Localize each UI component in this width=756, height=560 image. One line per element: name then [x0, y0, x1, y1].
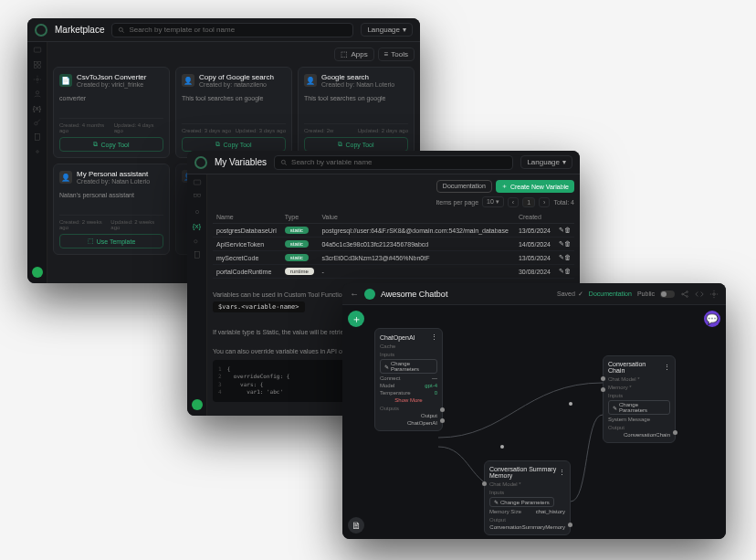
svg-rect-2: [34, 48, 41, 52]
type-badge: static: [285, 254, 309, 261]
node-menu-icon[interactable]: ⋮: [431, 333, 437, 341]
variables-icon[interactable]: {x}: [33, 104, 41, 112]
chevron-down-icon: ▾: [403, 26, 406, 34]
output-port-label: ConversationChain: [624, 432, 670, 438]
flow-canvas[interactable]: ＋ 💬 🗎 ChatOpenAI⋮ Cache Inputs ✎ Change …: [342, 305, 726, 539]
page-number[interactable]: 1: [522, 197, 535, 207]
template-card[interactable]: 👤 My Personal assistant Created by: Nata…: [53, 164, 170, 255]
node-menu-icon[interactable]: ⋮: [664, 364, 670, 371]
input-port[interactable]: [601, 376, 605, 381]
prev-page-button[interactable]: ‹: [508, 197, 519, 207]
add-node-button[interactable]: ＋: [348, 311, 364, 327]
key-icon[interactable]: [193, 236, 202, 245]
avatar-icon: 👤: [59, 171, 72, 184]
search-input[interactable]: Search by variable name: [274, 155, 513, 170]
settings-icon[interactable]: [33, 147, 42, 156]
pagination: Items per page 10 ▾ ‹ 1 › Total: 4: [213, 196, 574, 207]
svg-point-23: [713, 292, 716, 295]
change-parameters-button[interactable]: ✎ Change Parameters: [489, 497, 554, 507]
delete-icon[interactable]: 🗑: [564, 240, 571, 247]
apps-filter[interactable]: ⬚ Apps: [334, 48, 373, 61]
items-per-page-select[interactable]: 10 ▾: [482, 196, 504, 207]
create-variable-button[interactable]: ＋ Create New Variable: [496, 180, 574, 193]
tool-card[interactable]: 📄 CsvToJson Converter Created by: virici…: [53, 67, 170, 158]
tool-card[interactable]: 👤 Copy of Google search Created by: nata…: [175, 67, 292, 158]
use-template-button[interactable]: ⬚Use Template: [59, 234, 163, 248]
svg-point-7: [36, 79, 38, 81]
svg-rect-15: [194, 195, 196, 197]
change-parameters-button[interactable]: ✎ Change Parameters: [380, 359, 437, 374]
copy-tool-button[interactable]: ⧉Copy Tool: [182, 137, 286, 152]
variables-icon[interactable]: {x}: [193, 222, 201, 230]
settings-icon[interactable]: [709, 290, 719, 299]
documentation-button[interactable]: Documentation: [436, 180, 492, 193]
flow-window: ← Awesome Chatbot Saved ✓ Documentation …: [342, 283, 726, 539]
filter-row: ⬚ Apps ≡ Tools: [53, 48, 415, 61]
page-title: My Variables: [215, 157, 267, 167]
avatar-icon: 👤: [182, 74, 194, 87]
public-toggle[interactable]: [660, 291, 675, 298]
output-port[interactable]: [673, 430, 677, 435]
chat-fab[interactable]: 💬: [704, 311, 720, 327]
user-avatar[interactable]: [32, 267, 43, 278]
output-port[interactable]: [568, 523, 572, 527]
back-button[interactable]: ←: [350, 289, 359, 299]
share-icon[interactable]: [680, 290, 689, 299]
svg-point-17: [195, 210, 198, 213]
node-memory[interactable]: Conversation Summary Memory⋮ Chat Model …: [484, 460, 571, 535]
avatar-icon: 👤: [304, 74, 317, 87]
input-port[interactable]: [601, 387, 605, 392]
chat-icon[interactable]: [193, 178, 202, 187]
show-more-link[interactable]: Show More: [380, 397, 437, 403]
svg-point-22: [687, 295, 688, 297]
node-menu-icon[interactable]: ⋮: [559, 469, 565, 476]
node-chatopenai[interactable]: ChatOpenAI⋮ Cache Inputs ✎ Change Parame…: [374, 328, 443, 431]
users-icon[interactable]: [33, 90, 42, 99]
svg-rect-16: [197, 195, 200, 197]
tool-icon[interactable]: [33, 75, 42, 84]
copy-tool-button[interactable]: ⧉Copy Tool: [59, 137, 163, 152]
delete-icon[interactable]: 🗑: [564, 268, 571, 274]
search-placeholder: Search by template or tool name: [129, 26, 235, 34]
grid-icon[interactable]: [33, 60, 42, 69]
delete-icon[interactable]: 🗑: [564, 254, 571, 260]
app-logo: [35, 24, 47, 37]
output-port-label: Output: [421, 413, 437, 418]
export-button[interactable]: 🗎: [348, 517, 364, 534]
node-chain[interactable]: Conversation Chain⋮ Chat Model * Memory …: [603, 355, 676, 443]
type-badge: runtime: [285, 268, 314, 275]
output-port[interactable]: [440, 418, 445, 423]
language-button[interactable]: Language▾: [520, 155, 572, 169]
output-port-label: ConversationSummaryMemory: [489, 524, 565, 530]
delete-icon[interactable]: 🗑: [564, 227, 571, 233]
tool-icon[interactable]: [193, 207, 202, 217]
svg-rect-3: [34, 62, 37, 65]
code-icon[interactable]: [695, 290, 704, 299]
svg-rect-14: [194, 180, 201, 185]
search-input[interactable]: Search by template or tool name: [111, 23, 353, 37]
change-parameters-button[interactable]: ✎ Change Parameters: [608, 400, 670, 415]
svg-rect-6: [37, 66, 40, 69]
doc-icon[interactable]: [193, 250, 202, 259]
key-icon[interactable]: [33, 118, 42, 127]
grid-icon[interactable]: [193, 193, 202, 202]
user-avatar[interactable]: [192, 399, 203, 410]
saved-status: Saved ✓: [557, 291, 583, 298]
documentation-link[interactable]: Documentation: [589, 291, 632, 297]
doc-icon[interactable]: [33, 132, 42, 142]
svg-rect-10: [35, 133, 39, 141]
chat-icon[interactable]: [33, 46, 42, 55]
output-port[interactable]: [440, 407, 445, 412]
sidebar: {x}: [27, 42, 47, 283]
inline-code: $vars.<variable-name>: [213, 301, 305, 312]
language-button[interactable]: Language ▾: [361, 23, 413, 37]
table-row: ApiServiceToken static 04a5c1c3e98c013fc…: [213, 238, 574, 251]
tools-filter[interactable]: ≡ Tools: [378, 48, 415, 61]
input-port[interactable]: [482, 481, 487, 486]
template-icon: ⬚: [88, 238, 94, 245]
svg-point-20: [682, 293, 684, 295]
copy-tool-button[interactable]: ⧉Copy Tool: [304, 137, 408, 152]
col-type: Type: [281, 211, 319, 224]
next-page-button[interactable]: ›: [539, 197, 550, 207]
tool-card[interactable]: 👤 Google search Created by: Natan Loteri…: [298, 67, 415, 158]
